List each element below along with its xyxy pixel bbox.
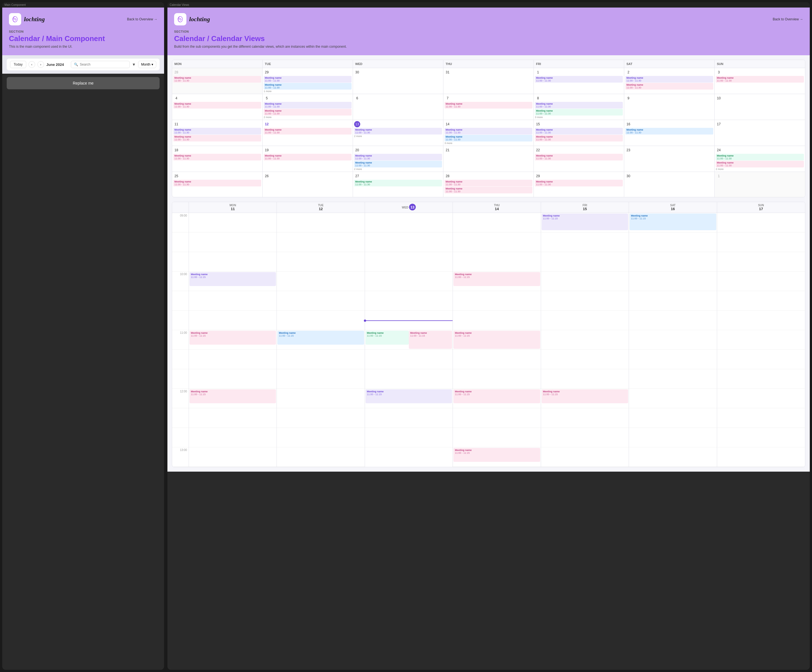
week-event[interactable]: Meeting name11:00 - 11:15 — [189, 331, 276, 345]
event-chip[interactable]: Meeting name11:00 - 11:30 — [173, 135, 261, 142]
search-input[interactable] — [80, 63, 127, 67]
header-top-left: lochting Back to Overview → — [9, 13, 157, 26]
event-chip[interactable]: Meeting name11:00 - 11:30 — [535, 102, 623, 109]
event-chip[interactable]: Meeting name11:00 - 11:30 — [354, 128, 442, 135]
event-chip[interactable]: Meeting name11:00 - 11:30 — [716, 161, 804, 167]
event-chip[interactable]: Meeting name11:00 - 11:30 — [264, 109, 351, 116]
more-events-link[interactable]: 3 more — [535, 116, 623, 119]
month-view-button[interactable]: Month ▾ — [138, 61, 156, 68]
main-component-panel: Main Component lochting Back to Overview… — [2, 2, 164, 670]
event-chip[interactable]: Meeting name11:00 - 11:30 — [445, 180, 532, 186]
event-chip[interactable]: Meeting name11:00 - 11:30 — [173, 128, 261, 135]
event-chip[interactable]: Meeting name11:00 - 11:30 — [716, 154, 804, 160]
logo-text-right: lochting — [189, 15, 210, 23]
col-sat: SAT — [624, 60, 715, 68]
week-event[interactable]: Meeting name11:00 - 11:15 — [365, 331, 409, 345]
cal-cell: 6 — [353, 94, 444, 120]
more-events-link[interactable]: 2 more — [354, 135, 442, 138]
more-events-link[interactable]: 3 more — [445, 142, 532, 145]
week-event[interactable]: Meeting name11:00 - 11:15 — [629, 213, 716, 230]
current-time-dot — [364, 319, 366, 322]
event-chip[interactable]: Meeting name11:00 - 11:30 — [354, 180, 442, 186]
week-body: 09:00 10:00 11:00 12:00 13:00 — [172, 213, 805, 467]
week-row-5: 25 Meeting name11:00 - 11:30 26 27 Meeti… — [172, 172, 805, 197]
event-chip[interactable]: Meeting name11:00 - 11:30 — [716, 76, 804, 83]
week-event[interactable]: Meeting name11:00 - 11:15 — [277, 331, 364, 345]
replace-me-button[interactable]: Replace me — [7, 77, 160, 89]
week-day-tue: Meeting name11:00 - 11:15 — [277, 213, 365, 467]
time-slot-12c — [172, 428, 189, 447]
week-event[interactable]: Meeting name11:00 - 11:15 — [454, 389, 540, 403]
cal-cell: 13 Meeting name11:00 - 11:30 2 more — [353, 120, 444, 146]
event-chip[interactable]: Meeting name11:00 - 11:30 — [445, 187, 532, 193]
event-chip[interactable]: Meeting name11:00 - 11:30 — [173, 180, 261, 186]
week-event[interactable]: Meeting name11:00 - 11:15 — [542, 389, 628, 403]
back-to-overview-right[interactable]: Back to Overview → — [773, 17, 803, 21]
header-section-left: lochting Back to Overview → SECTION Cale… — [2, 7, 164, 55]
event-chip[interactable]: Meeting name11:00 - 11:30 — [445, 128, 532, 135]
event-chip[interactable]: Meeting name11:00 - 11:30 — [264, 76, 351, 83]
col-tue: TUE — [263, 60, 353, 68]
cal-cell: 14 Meeting name11:00 - 11:30 Meeting nam… — [444, 120, 534, 146]
week-event[interactable]: Meeting name11:00 - 11:15 — [542, 213, 628, 230]
event-chip[interactable]: Meeting name11:00 - 11:30 — [535, 128, 623, 135]
col-sun: SUN — [715, 60, 805, 68]
event-chip[interactable]: Meeting name11:00 - 11:30 — [445, 102, 532, 109]
cal-cell: 17 — [715, 120, 805, 146]
more-events-link[interactable]: 2 more — [264, 116, 351, 119]
section-label-left: SECTION — [9, 30, 157, 33]
event-chip[interactable]: Meeting name11:00 - 11:30 — [173, 102, 261, 109]
event-chip[interactable]: Meeting name11:00 - 11:30 — [625, 128, 713, 135]
week-header-thu: THU14 — [453, 202, 541, 213]
event-chip[interactable]: Meeting name11:00 - 11:30 — [535, 180, 623, 186]
week-event[interactable]: Meeting name11:00 - 11:15 — [454, 448, 540, 462]
cal-cell: 28 Meeting name11:00 - 11:30 Meeting nam… — [444, 172, 534, 197]
cal-cell: 9 — [624, 94, 715, 120]
week-event[interactable]: Meeting name11:00 - 11:15 — [189, 272, 276, 286]
event-chip[interactable]: Meeting name11:00 - 11:30 — [535, 154, 623, 160]
today-button[interactable]: Today — [10, 61, 26, 68]
event-chip[interactable]: Meeting name11:00 - 11:30 — [625, 83, 713, 90]
cal-cell: 10 — [715, 94, 805, 120]
prev-button[interactable]: ‹ — [29, 61, 35, 68]
event-chip[interactable]: Meeting name11:00 - 11:30 — [354, 154, 442, 160]
back-to-overview-left[interactable]: Back to Overview → — [127, 17, 157, 21]
event-chip[interactable]: Meeting name11:00 - 11:30 — [173, 154, 261, 160]
event-chip[interactable]: Meeting name11:00 - 11:30 — [264, 154, 351, 160]
event-chip[interactable]: Meeting name11:00 - 11:30 — [264, 128, 351, 135]
week-row-1: 28 Meeting name11:00 - 11:30 29 Meeting … — [172, 68, 805, 94]
month-calendar-grid: MON TUE WED THU FRI SAT SUN 28 Meeting n… — [172, 60, 805, 197]
event-chip[interactable]: Meeting name11:00 - 11:30 — [445, 135, 532, 142]
cal-cell: 25 Meeting name11:00 - 11:30 — [172, 172, 263, 197]
week-event[interactable]: Meeting name11:00 - 11:15 — [189, 389, 276, 403]
search-box[interactable]: 🔍 — [71, 61, 130, 68]
event-chip[interactable]: Meeting name11:00 - 11:30 — [354, 161, 442, 167]
week-row-4: 18 Meeting name11:00 - 11:30 19 Meeting … — [172, 146, 805, 172]
event-chip[interactable]: Meeting name11:00 - 11:30 — [535, 135, 623, 142]
time-slot-12: 12:00 — [172, 389, 189, 408]
cal-cell: 27 Meeting name11:00 - 11:30 — [353, 172, 444, 197]
week-event[interactable]: Meeting name11:00 - 11:15 — [454, 331, 540, 349]
week-header-wed: WED 13 — [365, 202, 453, 213]
event-chip[interactable]: Meeting name11:00 - 11:30 — [535, 109, 623, 116]
week-day-thu: Meeting name11:00 - 11:15 Meeting name11… — [453, 213, 541, 467]
event-chip[interactable]: Meeting name11:00 - 11:30 — [535, 76, 623, 83]
week-event[interactable]: Meeting name11:00 - 11:15 — [454, 272, 540, 286]
more-events-link[interactable]: 2 more — [354, 168, 442, 171]
more-events-link[interactable]: 2 more — [716, 168, 804, 171]
cal-cell: 19 Meeting name11:00 - 11:30 — [263, 146, 353, 172]
filter-button[interactable]: ▼ — [132, 62, 136, 67]
more-events-link[interactable]: 1 more — [264, 90, 351, 93]
week-event[interactable]: Meeting name11:00 - 11:15 — [365, 389, 452, 403]
col-fri: FRI — [534, 60, 624, 68]
search-icon: 🔍 — [74, 63, 78, 67]
week-day-sat: Meeting name11:00 - 11:15 — [629, 213, 717, 467]
month-year-label: June 2024 — [46, 63, 69, 67]
event-chip[interactable]: Meeting name11:00 - 11:30 — [264, 83, 351, 90]
week-event[interactable]: Meeting name11:00 - 11:15 — [409, 331, 452, 349]
event-chip[interactable]: Meeting name11:00 - 11:30 — [264, 102, 351, 109]
event-chip[interactable]: Meeting name11:00 - 11:30 — [625, 76, 713, 83]
event-chip[interactable]: Meeting name11:00 - 11:30 — [173, 76, 261, 83]
section-title-right: Calendar / Calendar Views — [174, 34, 803, 43]
next-button[interactable]: › — [38, 61, 44, 68]
